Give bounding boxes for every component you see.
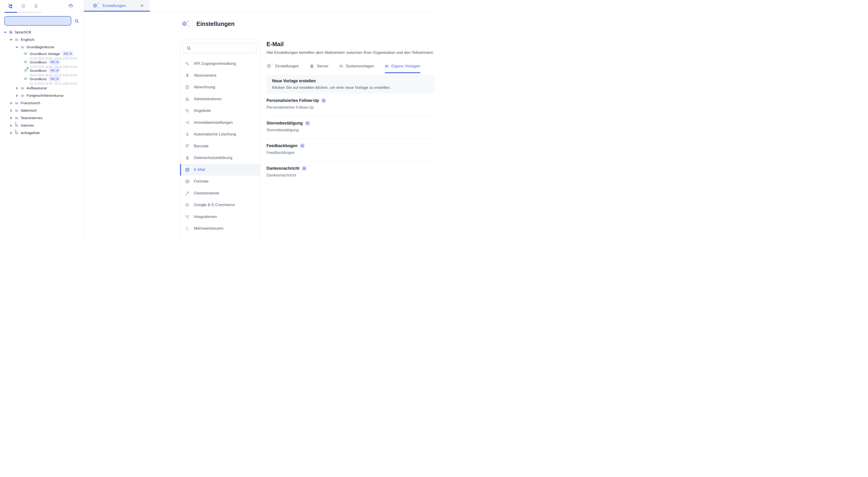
template-texts: Dankesnachricht✉ Dankesnachricht <box>267 166 306 178</box>
tree-view-icon[interactable] <box>8 3 13 9</box>
create-template-texts: Neue Vorlage erstellen Klicken Sie auf e… <box>272 79 391 90</box>
menu-item-label: Abonnement <box>194 73 216 78</box>
tree-item-label: Englisch <box>21 37 34 42</box>
settings-menu-item-e-mail[interactable]: @ E-Mail <box>180 164 260 176</box>
tree-item[interactable]: Aufbaukurse <box>0 84 84 92</box>
email-tab-eigene-vorlagen[interactable]: ✉ Eigene Vorlagen <box>385 63 421 73</box>
sidebar-tab-indicator <box>0 12 84 13</box>
settings-menu-item-integrationen[interactable]: Integrationen <box>180 211 260 223</box>
tree-item-icon <box>21 45 25 49</box>
envelope-icon: ✉ <box>300 144 305 148</box>
chevron-icon[interactable] <box>16 46 19 49</box>
menu-item-label: Google & E-Commerce <box>194 203 235 207</box>
banner-title: Neue Vorlage erstellen <box>272 79 391 84</box>
tab-icon: ✉ <box>385 64 389 68</box>
settings-menu-item-api-zugangsverwaltung[interactable]: API Zugangsverwaltung <box>180 58 260 70</box>
tree-item[interactable]: Französisch <box>0 99 84 107</box>
tree-item-course[interactable]: Grundkurs#E1_B 12.05.2025 18:00 - 09.06.… <box>0 59 84 68</box>
envelope-icon: ✉ <box>302 166 306 171</box>
tree-search-input[interactable] <box>4 16 71 26</box>
chevron-icon[interactable] <box>9 102 12 105</box>
menu-item-icon <box>185 214 190 219</box>
chevron-icon[interactable] <box>9 38 12 41</box>
settings-menu-item-organisation[interactable]: Organisation <box>180 235 260 239</box>
tree-item-icon <box>15 131 19 135</box>
menu-item-label: Angebote <box>194 109 211 113</box>
archive-icon[interactable] <box>21 3 26 9</box>
section-title: E-Mail <box>267 41 434 48</box>
menu-item-icon <box>185 238 190 239</box>
template-row: Personalisiertes Follow-Up✉ Personalisie… <box>267 93 434 116</box>
settings-menu-item-abrechnung[interactable]: Abrechnung <box>180 81 260 93</box>
menu-search-input[interactable] <box>194 46 254 50</box>
settings-menu-item-anmeldeeinstellungen[interactable]: Anmeldeeinstellungen <box>180 117 260 129</box>
header-divider <box>192 19 193 28</box>
chevron-icon[interactable] <box>9 131 12 135</box>
settings-menu-list: API Zugangsverwaltung Abonnement Abrechn… <box>180 57 260 239</box>
template-name: Personalisiertes Follow-Up <box>267 98 319 103</box>
close-icon[interactable]: ✕ <box>140 4 144 8</box>
settings-menu-item-barcode[interactable]: Barcode <box>180 140 260 152</box>
chevron-icon[interactable] <box>16 94 19 97</box>
course-body: Grundkurs#E1_B 12.05.2025 18:00 - 09.06.… <box>30 59 77 68</box>
template-name: Stornobestätigung <box>267 121 303 126</box>
template-row: Stornobestätigung✉ Stornobestätigung <box>267 116 434 139</box>
tree-item-label: Fortgeschrittenenkurse <box>27 93 64 98</box>
chevron-icon[interactable] <box>4 31 7 34</box>
settings-menu-item-angebote[interactable]: Angebote <box>180 105 260 117</box>
email-tab-einstellungen[interactable]: ⚙⚙ Einstellungen <box>267 63 299 73</box>
tab-icon: ✉ <box>339 64 343 68</box>
course-cube-icon <box>23 59 28 64</box>
tree-item[interactable]: Internes <box>0 122 84 129</box>
chevron-icon[interactable] <box>9 124 12 127</box>
tree-item-course[interactable]: Grundkurs Vorlage#E1_B 01.02.2024 18:00 … <box>0 51 84 59</box>
email-tab-systemvorlagen[interactable]: ✉ Systemvorlagen <box>339 63 374 73</box>
menu-item-label: Administratoren <box>194 97 221 101</box>
settings-menu-item-administratoren[interactable]: Administratoren <box>180 93 260 105</box>
tree-item-course[interactable]: Grundkurs#E1_B 01.12.2025 18:00 - 29.12.… <box>0 76 84 84</box>
settings-menu-item-gesetzestexte[interactable]: Gesetzestexte <box>180 187 260 199</box>
lock-icon <box>14 122 17 124</box>
menu-item-label: Datenschutzerklärung <box>194 155 232 160</box>
menu-item-icon <box>185 73 190 78</box>
tree-item[interactable]: Englisch <box>0 36 84 43</box>
sidebar-toolbar <box>0 0 84 12</box>
course-tree: SprachCB Englisch Grundlagenkurse Grundk… <box>0 26 84 239</box>
tree-item[interactable]: Anfrageliste <box>0 129 84 137</box>
course-cube-icon <box>23 76 28 81</box>
course-label: Grundkurs <box>30 60 46 64</box>
settings-menu-item-abonnement[interactable]: Abonnement <box>180 70 260 82</box>
tab-einstellungen[interactable]: ⚙⚙⚙ Einstellungen ✕ <box>84 0 150 11</box>
settings-menu-item-datenschutzerkl-rung[interactable]: Datenschutzerklärung <box>180 152 260 164</box>
tree-item[interactable]: SprachCB <box>0 28 84 36</box>
template-list: Personalisiertes Follow-Up✉ Personalisie… <box>267 93 434 184</box>
tree-item[interactable]: Grundlagenkurse <box>0 43 84 51</box>
topbar: ⚙⚙⚙ Einstellungen ✕ CB <box>84 0 434 12</box>
course-cube-icon <box>23 51 28 56</box>
envelope-icon: ✉ <box>321 98 326 103</box>
email-tab-server[interactable]: Server <box>310 63 329 73</box>
tree-item-course[interactable]: Grundkurs#E1_B 09.09.2025 18:00 - 07.10.… <box>0 68 84 76</box>
chevron-icon[interactable] <box>9 109 12 112</box>
course-cube-icon <box>23 68 28 72</box>
tree-item[interactable]: Fortgeschrittenenkurse <box>0 92 84 99</box>
trash-icon[interactable] <box>33 3 39 9</box>
settings-menu-item-formate[interactable]: Formate <box>180 176 260 187</box>
home-icon[interactable] <box>68 3 73 9</box>
template-name: Dankesnachricht <box>267 166 299 171</box>
tree-item[interactable]: Teaminternes <box>0 114 84 122</box>
course-badge: #E1_B <box>49 76 60 82</box>
settings-menu-item-automatische-l-schung[interactable]: Automatische Löschung <box>180 128 260 140</box>
search-icon[interactable] <box>74 19 79 24</box>
settings-menu-item-mehrwertsteuern[interactable]: $ Mehrwertsteuern <box>180 222 260 235</box>
active-tab-underline <box>4 12 17 13</box>
menu-item-label: Automatische Löschung <box>194 132 236 137</box>
chevron-icon[interactable] <box>16 87 19 90</box>
settings-menu-item-google-e-commerce[interactable]: G Google & E-Commerce <box>180 199 260 211</box>
tree-item[interactable]: Italienisch <box>0 107 84 114</box>
tree-item-label: Teaminternes <box>21 116 42 120</box>
tree-item-icon <box>15 101 19 105</box>
tab-icon: ⚙⚙ <box>267 63 273 69</box>
course-body: Grundkurs#E1_B 09.09.2025 18:00 - 07.10.… <box>30 68 77 77</box>
chevron-icon[interactable] <box>9 117 12 120</box>
